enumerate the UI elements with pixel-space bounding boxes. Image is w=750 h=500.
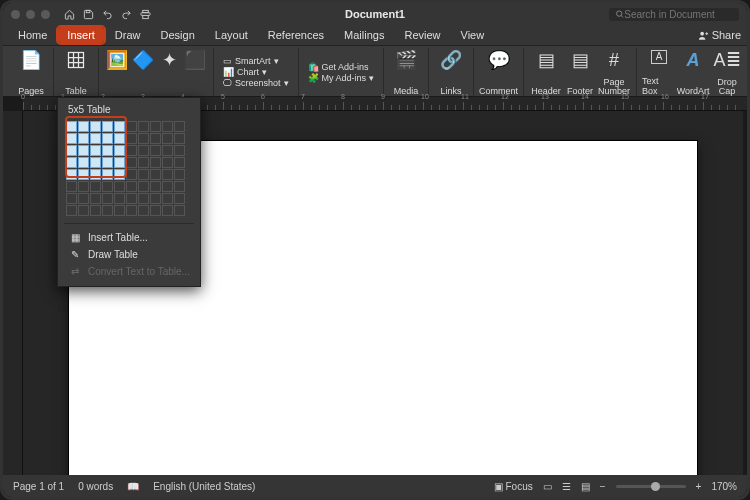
tab-home[interactable]: Home (9, 27, 56, 43)
zoom-level[interactable]: 170% (711, 481, 737, 492)
grid-cell[interactable] (78, 181, 89, 192)
grid-cell[interactable] (102, 205, 113, 216)
grid-cell[interactable] (162, 193, 173, 204)
grid-cell[interactable] (150, 133, 161, 144)
grid-cell[interactable] (66, 205, 77, 216)
dropcap-button[interactable]: A≣Drop Cap (710, 48, 744, 96)
grid-cell[interactable] (102, 169, 113, 180)
grid-cell[interactable] (162, 133, 173, 144)
spellcheck-icon[interactable]: 📖 (127, 481, 139, 492)
media-button[interactable]: 🎬Media (389, 48, 423, 96)
undo-icon[interactable] (102, 9, 113, 20)
vertical-ruler[interactable] (3, 111, 23, 475)
shapes-button[interactable]: 🔷 (130, 48, 156, 96)
grid-cell[interactable] (150, 169, 161, 180)
grid-cell[interactable] (102, 121, 113, 132)
my-addins-button[interactable]: 🧩My Add-ins ▾ (308, 73, 375, 83)
grid-cell[interactable] (126, 157, 137, 168)
grid-cell[interactable] (114, 133, 125, 144)
get-addins-button[interactable]: 🛍️Get Add-ins (308, 62, 375, 72)
page-count[interactable]: Page 1 of 1 (13, 481, 64, 492)
zoom-slider[interactable] (616, 485, 686, 488)
grid-cell[interactable] (66, 181, 77, 192)
grid-cell[interactable] (138, 133, 149, 144)
grid-cell[interactable] (114, 145, 125, 156)
grid-cell[interactable] (114, 193, 125, 204)
grid-cell[interactable] (150, 181, 161, 192)
tab-design[interactable]: Design (152, 27, 204, 43)
grid-cell[interactable] (78, 133, 89, 144)
grid-cell[interactable] (162, 145, 173, 156)
grid-cell[interactable] (126, 193, 137, 204)
grid-cell[interactable] (174, 205, 185, 216)
grid-cell[interactable] (138, 193, 149, 204)
screenshot-button[interactable]: 🖵Screenshot ▾ (223, 78, 289, 88)
view-web-icon[interactable]: ☰ (562, 481, 571, 492)
tab-references[interactable]: References (259, 27, 333, 43)
print-icon[interactable] (140, 9, 151, 20)
grid-cell[interactable] (126, 133, 137, 144)
grid-cell[interactable] (150, 193, 161, 204)
grid-cell[interactable] (126, 181, 137, 192)
view-outline-icon[interactable]: ▤ (581, 481, 590, 492)
grid-cell[interactable] (102, 133, 113, 144)
word-count[interactable]: 0 words (78, 481, 113, 492)
grid-cell[interactable] (66, 121, 77, 132)
home-icon[interactable] (64, 9, 75, 20)
grid-cell[interactable] (78, 157, 89, 168)
grid-cell[interactable] (102, 181, 113, 192)
grid-cell[interactable] (138, 145, 149, 156)
grid-cell[interactable] (90, 169, 101, 180)
grid-cell[interactable] (138, 121, 149, 132)
smartart-button[interactable]: ▭SmartArt ▾ (223, 56, 289, 66)
links-button[interactable]: 🔗Links (434, 48, 468, 96)
grid-cell[interactable] (78, 121, 89, 132)
grid-cell[interactable] (90, 145, 101, 156)
grid-cell[interactable] (174, 133, 185, 144)
grid-cell[interactable] (150, 205, 161, 216)
language-status[interactable]: English (United States) (153, 481, 255, 492)
grid-cell[interactable] (162, 157, 173, 168)
grid-cell[interactable] (174, 121, 185, 132)
grid-cell[interactable] (66, 157, 77, 168)
grid-cell[interactable] (150, 145, 161, 156)
grid-cell[interactable] (90, 181, 101, 192)
redo-icon[interactable] (121, 9, 132, 20)
grid-cell[interactable] (126, 145, 137, 156)
grid-cell[interactable] (138, 169, 149, 180)
grid-cell[interactable] (126, 169, 137, 180)
grid-cell[interactable] (102, 193, 113, 204)
grid-cell[interactable] (162, 121, 173, 132)
grid-cell[interactable] (138, 157, 149, 168)
insert-table-item[interactable]: ▦Insert Table... (64, 229, 194, 246)
grid-cell[interactable] (162, 205, 173, 216)
grid-cell[interactable] (114, 169, 125, 180)
grid-cell[interactable] (90, 157, 101, 168)
minimize-dot-icon[interactable] (26, 10, 35, 19)
focus-mode[interactable]: ▣ Focus (494, 481, 533, 492)
comment-button[interactable]: 💬Comment (479, 48, 518, 96)
grid-cell[interactable] (150, 157, 161, 168)
textbox-button[interactable]: AText Box (642, 48, 676, 96)
grid-cell[interactable] (66, 169, 77, 180)
tab-mailings[interactable]: Mailings (335, 27, 393, 43)
footer-button[interactable]: ▤Footer (563, 48, 597, 96)
grid-cell[interactable] (102, 157, 113, 168)
tab-layout[interactable]: Layout (206, 27, 257, 43)
grid-cell[interactable] (78, 193, 89, 204)
grid-cell[interactable] (66, 145, 77, 156)
zoom-in-button[interactable]: + (696, 481, 702, 492)
grid-cell[interactable] (138, 205, 149, 216)
zoom-out-button[interactable]: − (600, 481, 606, 492)
wordart-button[interactable]: AWordArt (676, 48, 710, 96)
grid-cell[interactable] (138, 181, 149, 192)
grid-cell[interactable] (174, 193, 185, 204)
grid-cell[interactable] (162, 169, 173, 180)
save-icon[interactable] (83, 9, 94, 20)
close-dot-icon[interactable] (11, 10, 20, 19)
grid-cell[interactable] (174, 181, 185, 192)
icons-button[interactable]: ✦ (156, 48, 182, 96)
view-print-icon[interactable]: ▭ (543, 481, 552, 492)
draw-table-item[interactable]: ✎Draw Table (64, 246, 194, 263)
grid-cell[interactable] (90, 205, 101, 216)
